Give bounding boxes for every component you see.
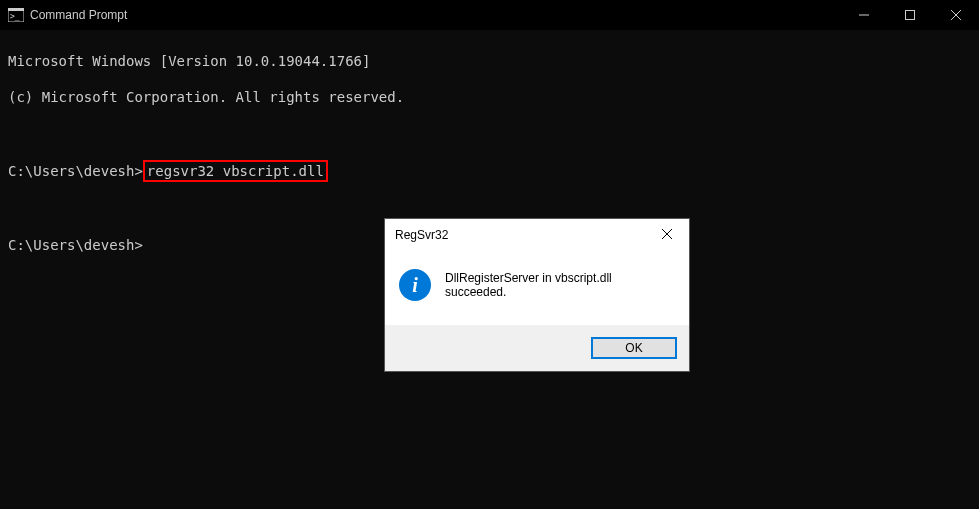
dialog-titlebar[interactable]: RegSvr32 [385, 219, 689, 251]
cursor [143, 237, 151, 253]
ok-button[interactable]: OK [591, 337, 677, 359]
terminal-line: (c) Microsoft Corporation. All rights re… [8, 88, 971, 106]
maximize-button[interactable] [887, 0, 933, 30]
svg-text:>_: >_ [10, 12, 20, 21]
prompt-prefix: C:\Users\devesh> [8, 163, 143, 179]
titlebar: >_ Command Prompt [0, 0, 979, 30]
terminal-line: Microsoft Windows [Version 10.0.19044.17… [8, 52, 971, 70]
minimize-button[interactable] [841, 0, 887, 30]
cmd-icon: >_ [8, 7, 24, 23]
highlighted-command: regsvr32 vbscript.dll [143, 160, 328, 182]
terminal-line [8, 200, 971, 218]
info-icon: i [399, 269, 431, 301]
dialog-footer: OK [385, 325, 689, 371]
dialog-title: RegSvr32 [395, 228, 448, 242]
window-controls [841, 0, 979, 30]
dialog-close-button[interactable] [644, 219, 689, 249]
svg-rect-4 [906, 11, 915, 20]
dialog-message: DllRegisterServer in vbscript.dll succee… [445, 271, 675, 299]
dialog-body: i DllRegisterServer in vbscript.dll succ… [385, 251, 689, 325]
svg-rect-1 [8, 8, 24, 11]
terminal-prompt-line: C:\Users\devesh>regsvr32 vbscript.dll [8, 160, 971, 182]
close-button[interactable] [933, 0, 979, 30]
terminal-line [8, 124, 971, 142]
prompt-prefix: C:\Users\devesh> [8, 237, 143, 253]
window-title: Command Prompt [30, 8, 127, 22]
regsvr32-dialog: RegSvr32 i DllRegisterServer in vbscript… [384, 218, 690, 372]
info-icon-glyph: i [412, 274, 418, 297]
